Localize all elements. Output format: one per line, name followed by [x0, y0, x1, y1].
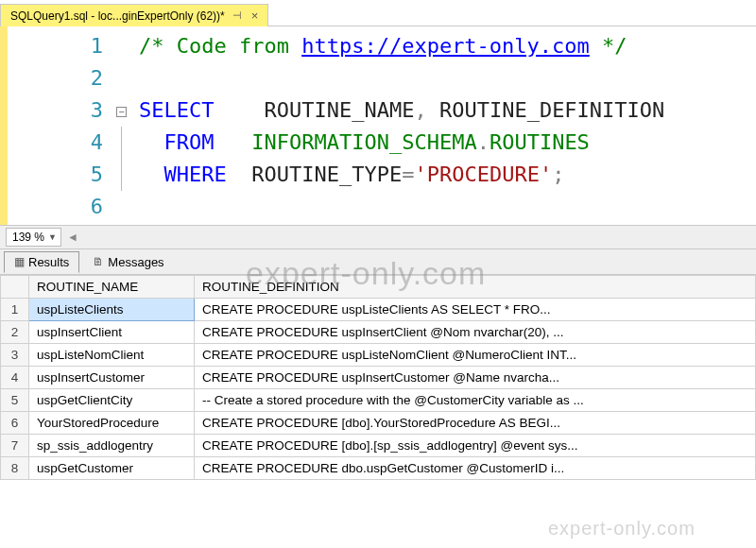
- comment-text: */: [590, 34, 627, 58]
- row-header[interactable]: 4: [1, 367, 29, 389]
- cell-routine-name[interactable]: uspGetCustomer: [29, 457, 195, 480]
- cell-routine-definition[interactable]: CREATE PROCEDURE uspInsertCustomer @Name…: [195, 367, 756, 389]
- line-number: 6: [8, 191, 103, 223]
- cell-routine-definition[interactable]: CREATE PROCEDURE uspInsertClient @Nom nv…: [195, 321, 756, 344]
- cell-routine-name[interactable]: uspListeClients: [29, 299, 195, 321]
- cell-routine-name[interactable]: uspInsertClient: [29, 321, 195, 344]
- sql-op: ,: [414, 98, 439, 122]
- line-number: 4: [8, 127, 103, 159]
- cell-routine-name[interactable]: uspInsertCustomer: [29, 367, 195, 389]
- column-header[interactable]: ROUTINE_DEFINITION: [195, 276, 756, 299]
- sql-table: ROUTINES: [490, 130, 590, 154]
- cell-routine-definition[interactable]: CREATE PROCEDURE [dbo].[sp_ssis_addlogen…: [195, 435, 756, 457]
- line-number: 1: [8, 30, 103, 62]
- row-header[interactable]: 2: [1, 321, 29, 344]
- table-row[interactable]: 5uspGetClientCity-- Create a stored proc…: [1, 389, 756, 412]
- table-row[interactable]: 6YourStoredProcedure CREATE PROCEDURE [d…: [1, 412, 756, 435]
- sql-op: .: [477, 130, 490, 154]
- close-icon[interactable]: ×: [249, 9, 261, 23]
- column-header[interactable]: ROUTINE_NAME: [29, 276, 195, 299]
- sql-string: 'PROCEDURE': [414, 163, 552, 186]
- cell-routine-name[interactable]: YourStoredProcedure: [29, 412, 195, 435]
- results-grid[interactable]: ROUTINE_NAME ROUTINE_DEFINITION 1uspList…: [0, 274, 756, 480]
- zoom-selector[interactable]: 139 % ▼: [6, 228, 61, 247]
- sql-op: ;: [552, 163, 564, 186]
- tab-messages-label: Messages: [108, 255, 163, 269]
- sql-keyword: FROM: [164, 130, 215, 154]
- fold-collapse-icon[interactable]: −: [116, 107, 127, 117]
- table-row[interactable]: 8uspGetCustomerCREATE PROCEDURE dbo.uspG…: [1, 457, 756, 480]
- cell-routine-definition[interactable]: CREATE PROCEDURE uspListeNomClient @Nume…: [195, 344, 756, 367]
- tab-bar: SQLQuery1.sql - loc...ginExpertOnly (62)…: [0, 0, 756, 26]
- watermark: expert-only.com: [548, 518, 696, 539]
- line-number: 5: [8, 159, 103, 191]
- zoom-value: 139 %: [12, 231, 44, 244]
- file-tab-title: SQLQuery1.sql - loc...ginExpertOnly (62)…: [10, 9, 225, 23]
- pin-icon[interactable]: ⊣: [231, 9, 244, 22]
- sql-keyword: SELECT: [139, 98, 214, 122]
- cell-routine-definition[interactable]: CREATE PROCEDURE dbo.uspGetCustomer @Cus…: [195, 457, 756, 480]
- sql-identifier: ROUTINE_TYPE: [251, 163, 402, 186]
- editor-status-bar: 139 % ▼ ◄: [0, 225, 756, 249]
- cell-routine-definition[interactable]: CREATE PROCEDURE uspListeClients AS SELE…: [195, 299, 756, 321]
- messages-icon: 🗎: [93, 255, 104, 268]
- row-header[interactable]: 3: [1, 344, 29, 367]
- grid-corner[interactable]: [1, 276, 29, 299]
- row-header[interactable]: 6: [1, 412, 29, 435]
- change-marker-gutter: [0, 26, 8, 225]
- comment-text: /* Code from: [139, 34, 301, 58]
- grid-icon: ▦: [14, 255, 25, 268]
- row-header[interactable]: 7: [1, 435, 29, 457]
- comment-link[interactable]: https://expert-only.com: [301, 34, 590, 58]
- table-row[interactable]: 7sp_ssis_addlogentryCREATE PROCEDURE [db…: [1, 435, 756, 457]
- sql-keyword: WHERE: [164, 163, 227, 186]
- sql-identifier: ROUTINE_DEFINITION: [439, 98, 664, 122]
- sql-identifier: ROUTINE_NAME: [264, 98, 414, 122]
- file-tab[interactable]: SQLQuery1.sql - loc...ginExpertOnly (62)…: [0, 4, 268, 26]
- cell-routine-name[interactable]: uspListeNomClient: [29, 344, 195, 367]
- cell-routine-definition[interactable]: CREATE PROCEDURE [dbo].YourStoredProcedu…: [195, 412, 756, 435]
- scroll-left-icon[interactable]: ◄: [67, 231, 78, 244]
- sql-op: =: [402, 163, 414, 186]
- tab-results-label: Results: [28, 255, 69, 269]
- row-header[interactable]: 8: [1, 457, 29, 480]
- results-table[interactable]: ROUTINE_NAME ROUTINE_DEFINITION 1uspList…: [0, 275, 756, 480]
- cell-routine-name[interactable]: sp_ssis_addlogentry: [29, 435, 195, 457]
- table-row[interactable]: 1uspListeClientsCREATE PROCEDURE uspList…: [1, 299, 756, 321]
- line-number: 3: [8, 94, 103, 127]
- table-row[interactable]: 4uspInsertCustomer CREATE PROCEDURE uspI…: [1, 367, 756, 389]
- results-panel-tabs: ▦ Results 🗎 Messages: [0, 249, 756, 274]
- sql-schema: INFORMATION_SCHEMA: [251, 130, 476, 154]
- line-number-gutter: 1 2 3 4 5 6: [8, 26, 116, 225]
- tab-messages[interactable]: 🗎 Messages: [83, 252, 173, 272]
- code-content[interactable]: /* Code from https://expert-only.com */ …: [133, 26, 756, 225]
- line-number: 2: [8, 62, 103, 94]
- row-header[interactable]: 5: [1, 389, 29, 412]
- table-row[interactable]: 2uspInsertClient CREATE PROCEDURE uspIns…: [1, 321, 756, 344]
- chevron-down-icon: ▼: [48, 232, 57, 242]
- code-editor[interactable]: 1 2 3 4 5 6 − /* Code from https://exper…: [0, 26, 756, 225]
- tab-results[interactable]: ▦ Results: [4, 251, 79, 273]
- code-fold-gutter: −: [116, 26, 133, 225]
- cell-routine-definition[interactable]: -- Create a stored procedure with the @C…: [195, 389, 756, 412]
- cell-routine-name[interactable]: uspGetClientCity: [29, 389, 195, 412]
- row-header[interactable]: 1: [1, 299, 29, 321]
- table-row[interactable]: 3uspListeNomClientCREATE PROCEDURE uspLi…: [1, 344, 756, 367]
